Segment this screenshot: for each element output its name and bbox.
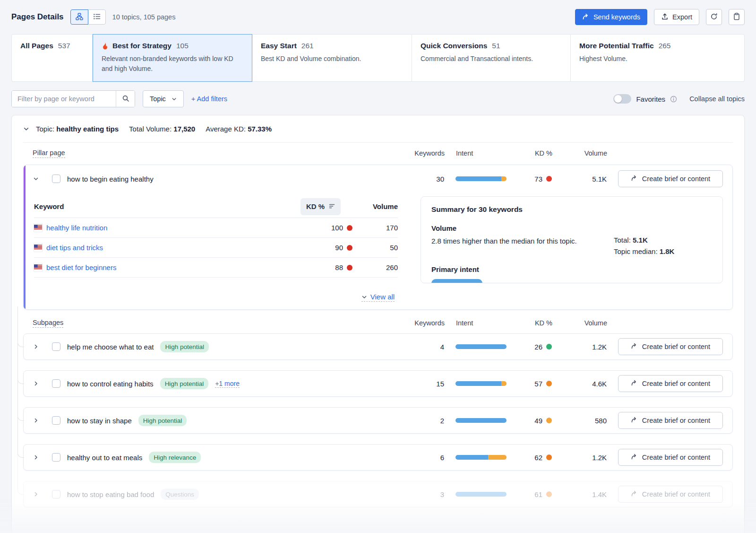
topic-map-view-button[interactable] — [70, 9, 88, 25]
subpage-title: healthy out to eat meals — [67, 454, 142, 462]
kd-sort-header[interactable]: KD % — [301, 198, 341, 215]
subpage-title: how to stop eating bad food — [67, 490, 154, 498]
subpage-row[interactable]: how to control eating habits High potent… — [23, 370, 733, 397]
chevron-right-icon[interactable] — [33, 491, 39, 497]
tab-all-pages[interactable]: All Pages537 — [11, 34, 93, 82]
export-button[interactable]: Export — [654, 9, 699, 25]
tab-label: Quick Conversions — [421, 42, 487, 50]
summary-stats: Total: 5.1K Topic median: 1.8K — [614, 236, 674, 259]
keyword-link[interactable]: diet tips and tricks — [46, 244, 103, 252]
intent-column-header: Intent — [456, 149, 507, 157]
tab-easy-start[interactable]: Easy Start261 Best KD and Volume combina… — [252, 34, 412, 82]
create-brief-label: Create brief or content — [642, 454, 710, 461]
volume-cell: 260 — [352, 263, 398, 271]
topic-median-value: 1.8K — [660, 247, 675, 255]
send-arrow-icon — [631, 490, 638, 498]
summary-title: Summary for 30 keywords — [431, 205, 712, 214]
us-flag-icon — [34, 244, 42, 252]
kd-dot — [546, 454, 552, 460]
chevron-down-icon — [172, 96, 177, 102]
topic-filter-dropdown[interactable]: Topic — [143, 90, 184, 107]
list-icon — [93, 13, 101, 22]
collapse-topic-chevron-icon[interactable] — [23, 126, 29, 132]
intent-column-header: Intent — [456, 319, 507, 327]
create-brief-button[interactable]: Create brief or content — [618, 170, 723, 187]
clipboard-button[interactable] — [729, 9, 745, 25]
kd-dot — [347, 245, 352, 251]
chevron-right-icon[interactable] — [33, 418, 39, 423]
subpage-row[interactable]: how to stay in shape High potential 2 49… — [23, 407, 733, 434]
export-label: Export — [672, 13, 692, 21]
send-arrow-icon — [631, 379, 638, 388]
tab-best-for-strategy[interactable]: Best for Strategy105 Relevant non-brande… — [93, 34, 252, 82]
kd-dot — [546, 344, 552, 350]
pillar-accent-bar — [24, 165, 26, 309]
view-all-link[interactable]: View all — [361, 293, 395, 302]
volume-cell: 580 — [563, 417, 607, 425]
create-brief-label: Create brief or content — [642, 380, 710, 387]
view-toggle — [70, 9, 106, 25]
create-brief-label: Create brief or content — [642, 175, 710, 183]
more-badges-link[interactable]: +1 more — [215, 380, 240, 388]
topic-dropdown-label: Topic — [150, 95, 166, 103]
pillar-page-row[interactable]: how to begin eating healthy 30 73 5.1K C… — [24, 165, 732, 192]
chevron-right-icon[interactable] — [33, 344, 39, 350]
row-checkbox[interactable] — [52, 342, 60, 351]
search-button[interactable] — [116, 91, 135, 107]
keyword-table-header: Keyword KD % Volume — [34, 195, 398, 218]
refresh-button[interactable] — [706, 9, 722, 25]
row-checkbox[interactable] — [52, 453, 60, 462]
pillar-page-section-label[interactable]: Pillar page — [33, 149, 65, 158]
volume-cell: 1.4K — [563, 490, 607, 498]
create-brief-button[interactable]: Create brief or content — [618, 338, 723, 355]
keywords-count: 4 — [404, 343, 444, 351]
volume-cell: 1.2K — [563, 454, 607, 462]
keywords-count: 2 — [404, 417, 444, 425]
add-filters-link[interactable]: + Add filters — [191, 95, 227, 103]
flame-icon — [102, 42, 109, 50]
us-flag-icon — [34, 263, 42, 271]
tab-count: 51 — [492, 42, 500, 50]
chevron-down-icon[interactable] — [33, 176, 39, 182]
send-keywords-button[interactable]: Send keywords — [575, 9, 647, 25]
chevron-right-icon[interactable] — [33, 454, 39, 460]
create-brief-button[interactable]: Create brief or content — [618, 412, 723, 429]
topic-card: Topic: healthy eating tips Total Volume:… — [11, 115, 745, 533]
info-icon[interactable] — [670, 96, 677, 103]
tab-description: Relevant non-branded keywords with low K… — [102, 54, 239, 74]
total-label: Total: — [614, 236, 631, 244]
subpage-row[interactable]: how to stop eating bad food Questions 3 … — [23, 481, 733, 507]
row-checkbox[interactable] — [52, 379, 60, 388]
topic-median-label: Topic median: — [614, 247, 658, 255]
create-brief-button[interactable]: Create brief or content — [618, 375, 723, 392]
intent-bar — [455, 381, 507, 386]
subpage-row[interactable]: help me choose what to eat High potentia… — [23, 333, 733, 360]
kd-cell: 62 — [518, 454, 552, 462]
tab-quick-conversions[interactable]: Quick Conversions51 Commercial and Trans… — [412, 34, 571, 82]
favorites-toggle[interactable] — [613, 94, 631, 104]
row-checkbox[interactable] — [52, 416, 60, 425]
create-brief-button[interactable]: Create brief or content — [618, 449, 723, 466]
filter-input[interactable] — [12, 91, 116, 107]
chevron-right-icon[interactable] — [33, 381, 39, 386]
subpages-section-label[interactable]: Subpages — [33, 319, 63, 328]
topic-name: healthy eating tips — [56, 125, 119, 133]
tab-description: Highest Volume. — [579, 54, 716, 64]
keyword-link[interactable]: best diet for beginners — [46, 263, 116, 271]
create-brief-button[interactable]: Create brief or content — [618, 486, 723, 503]
tab-count: 265 — [659, 42, 671, 50]
row-checkbox[interactable] — [52, 490, 60, 498]
keyword-link[interactable]: healthy life nutrition — [46, 224, 107, 232]
kd-dot — [347, 225, 352, 231]
summary-volume-heading: Volume — [431, 224, 712, 232]
intent-bar — [455, 492, 507, 497]
create-brief-label: Create brief or content — [642, 417, 710, 424]
chevron-down-icon — [361, 294, 367, 300]
list-view-button[interactable] — [88, 9, 106, 25]
tab-more-potential-traffic[interactable]: More Potential Traffic265 Highest Volume… — [571, 34, 745, 82]
export-icon — [661, 13, 669, 22]
collapse-all-topics-link[interactable]: Collapse all topics — [689, 95, 745, 103]
row-checkbox[interactable] — [52, 175, 60, 183]
subpage-row[interactable]: healthy out to eat meals High relevance … — [23, 444, 733, 471]
refresh-icon — [710, 13, 718, 22]
